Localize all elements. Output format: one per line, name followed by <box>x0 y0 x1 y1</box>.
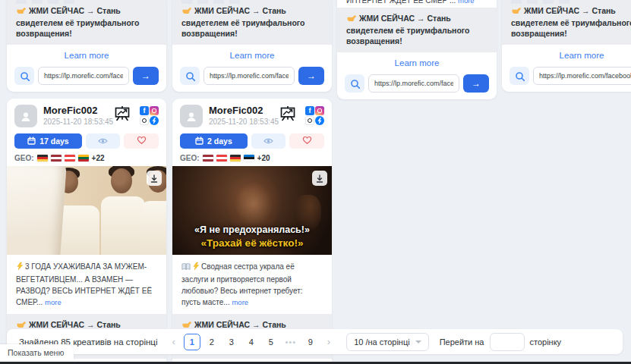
lightning-icon <box>16 262 24 274</box>
pagination-bar: Знайдено 85 креативів на сторінці ‹ 1234… <box>7 329 623 354</box>
audience-network-icon <box>305 116 314 125</box>
flag-lv-icon <box>51 155 62 162</box>
prev-page-button[interactable]: ‹ <box>168 336 178 347</box>
page-size-select[interactable]: 10 /на сторінці <box>346 333 429 351</box>
open-url-button[interactable]: → <box>463 74 489 93</box>
cta-banner: ЖМИ СЕЙЧАС → Стань свидетелем её триумфа… <box>7 0 166 45</box>
creative-card-partial: ИНТЕРНЕТ ЖДЁТ ЕЁ СМЕР ... more ЖМИ СЕЙЧА… <box>337 0 497 99</box>
goto-label: Перейти на <box>440 337 484 347</box>
instagram-icon <box>315 106 324 115</box>
favorite-button[interactable] <box>289 133 324 149</box>
favorite-button[interactable] <box>124 133 159 149</box>
learn-more-link[interactable]: Learn more <box>502 45 631 62</box>
page-button-5[interactable]: 5 <box>263 334 279 350</box>
url-row: → <box>337 70 497 99</box>
geo-flags <box>37 155 89 162</box>
open-url-button[interactable]: → <box>298 67 324 85</box>
geo-more-count: +20 <box>257 154 270 162</box>
more-link[interactable]: more <box>458 0 475 5</box>
flag-lv-icon <box>203 155 213 162</box>
arrow-right-icon: → <box>472 78 481 89</box>
calendar-icon <box>27 136 36 146</box>
landing-url-input[interactable] <box>533 67 631 85</box>
creative-column-4: ЖМИ СЕЙЧАС → Стань свидетелем её триумфа… <box>502 0 631 92</box>
card-actions: 2 days <box>172 130 332 152</box>
more-link[interactable]: more <box>45 298 62 306</box>
open-url-button[interactable]: → <box>133 67 159 85</box>
eye-icon <box>263 136 273 147</box>
card-header: MoreFic002 2025-11-20 18:53:45 f <box>172 99 332 130</box>
page-button-2[interactable]: 2 <box>203 334 220 350</box>
platform-icons: f <box>305 106 324 125</box>
preview-button[interactable] <box>86 133 121 149</box>
search-icon[interactable] <box>345 74 364 93</box>
pointing-hand-icon <box>511 5 522 17</box>
messenger-icon <box>315 116 324 125</box>
preview-button[interactable] <box>251 133 286 149</box>
creative-timestamp: 2025-11-20 18:53:45 <box>209 118 279 126</box>
pointing-hand-icon <box>16 5 27 17</box>
avatar <box>180 105 203 127</box>
book-icon <box>181 262 191 274</box>
url-row: → <box>7 62 166 92</box>
facebook-icon: f <box>140 106 149 115</box>
goto-suffix: сторінку <box>530 337 562 347</box>
landing-url-input[interactable] <box>38 67 129 85</box>
days-active-button[interactable]: 17 days <box>14 133 82 149</box>
facebook-icon: f <box>305 106 314 115</box>
url-row <box>502 62 631 92</box>
page-ellipsis: ••• <box>282 334 299 350</box>
learn-more-link[interactable]: Learn more <box>337 52 497 70</box>
audience-network-icon <box>140 116 149 125</box>
pointing-hand-icon <box>181 5 192 17</box>
more-link[interactable]: more <box>232 298 248 306</box>
creative-card-partial: ЖМИ СЕЙЧАС → Стань свидетелем её триумфа… <box>172 0 332 92</box>
ad-text-cut: ИНТЕРНЕТ ЖДЁТ ЕЁ СМЕР ... more <box>337 0 497 8</box>
search-icon[interactable] <box>180 67 200 85</box>
landing-url-input[interactable] <box>368 74 459 93</box>
arrow-right-icon: → <box>141 71 150 81</box>
next-page-button[interactable]: › <box>323 336 334 347</box>
flag-at-icon <box>65 155 75 162</box>
learn-more-link[interactable]: Learn more <box>7 45 166 62</box>
page-button-3[interactable]: 3 <box>223 334 240 350</box>
page-button-9[interactable]: 9 <box>302 334 319 350</box>
search-icon[interactable] <box>14 67 34 85</box>
geo-row: GEO: +22 <box>7 152 166 166</box>
creative-timestamp: 2025-11-20 18:53:45 <box>43 118 114 126</box>
url-row: → <box>172 62 332 92</box>
creative-column-3: ИНТЕРНЕТ ЖДЁТ ЕЁ СМЕР ... more ЖМИ СЕЙЧА… <box>337 0 497 99</box>
page-button-1[interactable]: 1 <box>184 334 200 350</box>
profile-name: MoreFic002 <box>43 105 114 116</box>
pointing-hand-icon <box>346 13 357 25</box>
creative-image-rain: «Я не предохранялась!» «Трахай её жёстко… <box>172 166 332 255</box>
heart-icon <box>302 136 312 147</box>
cta-banner: ЖМИ СЕЙЧАС → Стань свидетелем её триумфа… <box>337 8 497 52</box>
chart-easel-icon[interactable] <box>114 106 131 124</box>
search-icon[interactable] <box>510 67 529 85</box>
arrow-right-icon: → <box>307 71 316 81</box>
flag-lt-icon <box>78 155 89 162</box>
chart-easel-icon[interactable] <box>279 106 296 124</box>
flag-de-icon <box>37 155 48 162</box>
geo-more-count: +22 <box>92 154 105 162</box>
goto-page-input[interactable] <box>490 333 525 351</box>
geo-label: GEO: <box>14 154 34 162</box>
chevron-down-icon <box>415 340 421 344</box>
landing-url-input[interactable] <box>203 67 295 85</box>
image-overlay-line1: «Я не предохранялась!» <box>172 224 332 237</box>
card-actions: 17 days <box>7 130 166 152</box>
flag-de-icon <box>230 155 241 162</box>
geo-label: GEO: <box>180 154 200 162</box>
page-button-4[interactable]: 4 <box>243 334 260 350</box>
show-menu-tab[interactable]: Показать меню <box>0 344 74 362</box>
days-active-button[interactable]: 2 days <box>180 133 248 149</box>
learn-more-link[interactable]: Learn more <box>172 45 332 62</box>
ad-text: Сводная сестра украла её заслуги и притв… <box>172 255 332 309</box>
download-image-button[interactable] <box>147 171 162 186</box>
flag-ee-icon <box>244 155 254 162</box>
download-image-button[interactable] <box>312 171 327 186</box>
geo-flags <box>203 155 254 162</box>
image-overlay-line2: «Трахай её жёстко!» <box>172 237 332 250</box>
creative-image-wedding <box>7 166 166 255</box>
